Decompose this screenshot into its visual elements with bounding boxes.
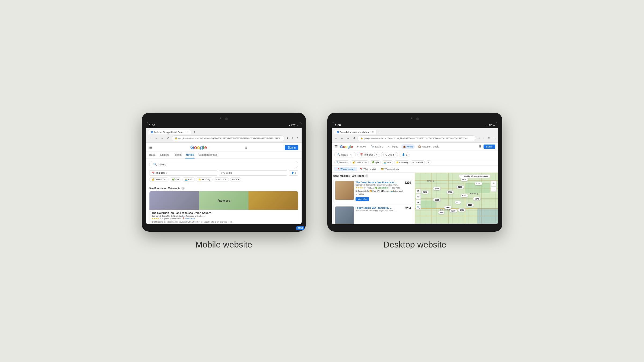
desktop-filter-budget[interactable]: 💰 Under $150 [350,160,369,164]
desktop-filter-all[interactable]: 🔧 All filters [334,160,349,164]
mobile-filter-budget[interactable]: 💰Under $150 [149,177,169,182]
desktop-where-tab-when[interactable]: 📅 When to visit [357,167,378,171]
desktop-tab-flights[interactable]: ✕Flights [386,144,400,149]
desktop-hamburger-icon[interactable]: ☰ [334,145,338,149]
mobile-tab-close[interactable]: ✕ [186,131,188,133]
desktop-new-tab-btn[interactable]: + [378,130,382,134]
mobile-back-btn[interactable]: ← [154,136,159,141]
mobile-home-btn[interactable]: ⌂ [148,136,153,141]
desktop-refresh-btn[interactable]: ↺ [352,136,356,141]
map-pin-229[interactable]: $229 [466,203,474,207]
map-pin-288[interactable]: $288 [456,185,464,189]
map-tool-3[interactable]: ☰ [416,200,421,204]
map-pin-239[interactable]: $239 [450,209,457,213]
map-pin-386[interactable]: $386 [447,190,454,194]
map-pin-153[interactable]: $153 [475,182,482,185]
desktop-map-update-bar[interactable]: Update list when map moves [459,174,490,178]
desktop-tab-travel[interactable]: ✈Travel [355,144,368,149]
desktop-hotel-card-2[interactable]: Foggy Nights San Francisco,.... Sponsore… [333,205,413,224]
map-tool-2[interactable]: ⊟ [416,194,421,199]
mobile-grid-icon[interactable]: ⠿ [244,145,247,150]
desktop-filter-spa[interactable]: 🌿 Spa [370,160,380,164]
mobile-checkout-field[interactable]: Fri, Dec 8 [219,170,287,176]
map-zoom-out[interactable]: − [491,186,496,192]
desktop-checkout-field[interactable]: Fri, Dec 8 › [381,152,398,157]
desktop-checkin-field[interactable]: 📅 Thu, Dec 7 › [357,152,379,157]
mobile-filter-spa[interactable]: 🌿Spa [170,177,181,182]
mobile-active-tab[interactable]: G hotels - Google Hotel Search ✕ [148,130,191,134]
desktop-filter-more[interactable]: ✕ [426,160,431,164]
desktop-grid-icon2[interactable]: ⠿ [487,136,491,141]
desktop-tab-close[interactable]: ✕ [372,131,374,133]
desktop-active-tab[interactable]: G Search for accommodation... ✕ [334,130,377,134]
desktop-menu-btn[interactable]: ⋮ [492,136,496,141]
mobile-forward-btn[interactable]: → [160,136,165,141]
desktop-home-btn[interactable]: ⌂ [334,136,339,141]
mobile-download-btn[interactable]: ⬇ [286,136,290,141]
map-pin-930[interactable]: $930 [461,178,468,181]
desktop-apps-icon[interactable]: ⠿ [479,145,481,149]
map-pin-115[interactable]: $115 [433,187,441,190]
mobile-tab-hotels[interactable]: Hotels [185,152,195,158]
map-pin-244[interactable]: $244 [461,194,468,197]
mobile-share-btn[interactable]: ⧉ [290,136,295,141]
mobile-filter-pool[interactable]: 🏊Pool [182,177,195,182]
map-pin-125[interactable]: $125 [433,198,441,202]
map-pin-55[interactable]: $55 [438,211,445,214]
map-water [477,208,498,224]
desktop-hotel-1-cta[interactable]: View offer [356,197,369,201]
mobile-new-tab-btn[interactable]: + [192,130,197,134]
mobile-checkin-field[interactable]: 📅 Thu, Dec 7 [149,170,217,176]
mobile-tab-flights[interactable]: Flights [173,152,182,158]
mobile-bottom-nav [146,224,302,224]
map-pin-272[interactable]: $272 [473,197,481,201]
mobile-filter-rating[interactable]: ⭐ 4+ rating [196,177,213,182]
desktop-signin-btn[interactable]: Sign in [484,145,495,149]
mobile-hotel-card[interactable]: Francisco $159 The Goldrush Inn San Fran… [149,191,298,224]
map-tool-1[interactable]: ⊞ [416,189,421,194]
mobile-filter-price[interactable]: Price ▾ [230,177,241,182]
desktop-tab-hotels[interactable]: 🏨Hotels [401,144,415,149]
map-zoom-in[interactable]: + [491,181,496,186]
desktop-bookmark-btn[interactable]: ☆ [477,136,481,141]
map-update-checkbox[interactable] [461,175,463,177]
map-pin-291[interactable]: $291 [458,208,466,212]
map-tool-4[interactable]: 🔍 [416,205,421,210]
mobile-view-map[interactable]: 📍 View map [182,217,195,220]
desktop-camera [416,117,419,120]
desktop-filter-pool[interactable]: 🏊 Pool [382,160,393,164]
desktop-download-btn[interactable]: ⬇ [482,136,486,141]
map-pin-210[interactable]: $210 [422,190,429,194]
map-pin-71[interactable]: $71 [455,201,461,204]
desktop-guests-field[interactable]: 👤 2 [400,152,409,157]
mobile-refresh-btn[interactable]: ↺ [166,136,171,141]
mobile-address-bar[interactable]: 🔒 google.com/travel/hotels?q=hotels&g2lb… [172,135,284,141]
desktop-search-input[interactable]: 🔍 hotels ✕ [334,152,356,157]
mobile-signin-btn[interactable]: Sign in [285,145,298,150]
desktop-tab-vacation[interactable]: 🏠Vacation rentals [416,144,441,149]
desktop-search-clear-icon[interactable]: ✕ [350,153,352,156]
mobile-menu-btn[interactable]: ⋮ [295,136,299,141]
desktop-when-icon: 📅 [360,168,363,170]
desktop-filter-stars[interactable]: 4- or 5-star [411,160,425,164]
desktop-results-info-icon[interactable]: ℹ [365,174,368,178]
mobile-guests-field[interactable]: 👤 2 [289,170,298,176]
desktop-hotel-card-1[interactable]: The Coast Terrace San Francisco,.... Spo… [333,179,413,203]
mobile-tab-travel[interactable]: Travel [148,152,156,158]
mobile-results-info-icon[interactable]: ℹ [181,187,185,190]
desktop-filter-rating[interactable]: ⭐ 4+ rating [394,160,410,164]
mobile-tab-vacation[interactable]: Vacation rentals [198,152,218,158]
desktop-back-btn[interactable]: ← [340,136,345,141]
mobile-hamburger-icon[interactable]: ☰ [149,145,153,150]
desktop-where-tab-pay[interactable]: 💳 What you'll pay [378,167,402,171]
desktop-address-bar[interactable]: 🔒 google.com/travel/search?q=hotels&g2lb… [357,135,476,141]
desktop-where-tab-stay[interactable]: 📍 Where to stay [334,167,357,171]
mobile-search-box[interactable]: 🔍 hotels [149,161,298,168]
desktop-google-hotels: ☰ Google ✈Travel 🔭Explore ✕Flights [332,143,498,224]
desktop-forward-btn[interactable]: → [346,136,350,141]
map-pin-567[interactable]: $567 [444,206,452,209]
mobile-tab-explore[interactable]: Explore [160,152,170,158]
mobile-map-label: Francisco [217,199,230,202]
mobile-filter-stars[interactable]: 4- or 5-star [214,177,229,182]
desktop-tab-explore[interactable]: 🔭Explore [369,144,385,149]
